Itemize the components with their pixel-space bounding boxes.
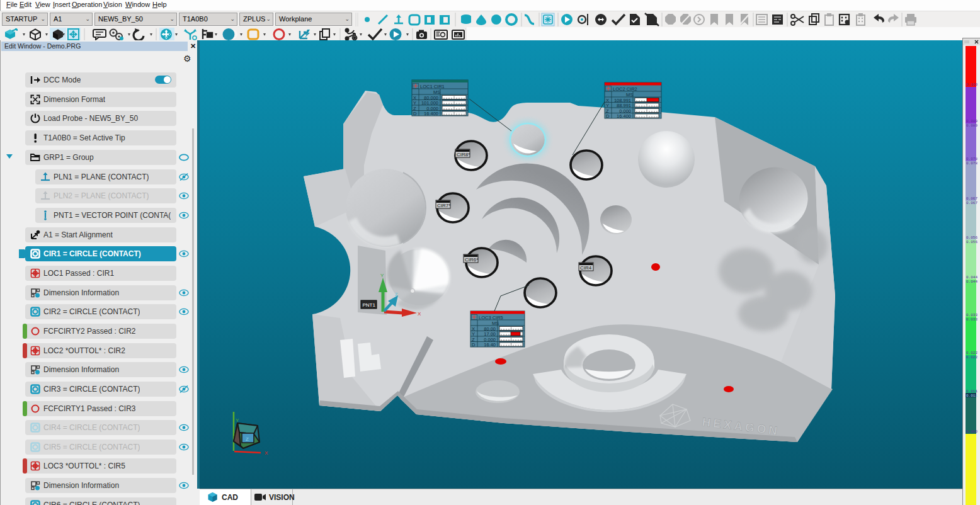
svg-text:Z: Z — [246, 436, 249, 442]
svg-text:CIR8*: CIR8* — [457, 152, 470, 157]
svg-text:MS: MS — [492, 321, 499, 326]
svg-text:Z: Z — [395, 292, 398, 297]
svg-text:0.033: 0.033 — [966, 317, 977, 322]
svg-text:0.067: 0.067 — [966, 201, 977, 205]
svg-text:LOC3 CIR5: LOC3 CIR5 — [479, 315, 503, 321]
svg-text:0.044: 0.044 — [966, 280, 977, 284]
svg-text:PNT1: PNT1 — [363, 302, 376, 308]
svg-text:16.400: 16.400 — [617, 113, 631, 119]
svg-text:0.033: 0.033 — [966, 313, 977, 317]
svg-text:CIR6*: CIR6* — [465, 257, 478, 263]
svg-text:0.011: 0.011 — [966, 389, 977, 394]
svg-text:MS: MS — [433, 89, 440, 95]
svg-text:Y: Y — [380, 273, 384, 278]
svg-text:0.078: 0.078 — [966, 161, 977, 166]
svg-text:CIR4: CIR4 — [580, 265, 592, 271]
svg-text:D: D — [413, 111, 417, 116]
svg-text:CIR7*: CIR7* — [437, 203, 450, 208]
svg-text:16.400: 16.400 — [424, 111, 438, 116]
svg-text:0.078: 0.078 — [966, 157, 977, 161]
svg-text:LOC2 CIR2: LOC2 CIR2 — [613, 86, 637, 92]
svg-text:D: D — [606, 113, 610, 119]
svg-text:16.40: 16.40 — [484, 342, 496, 348]
svg-text:MS: MS — [626, 92, 633, 98]
svg-text:0.022: 0.022 — [966, 355, 977, 360]
svg-text:0.089: 0.089 — [966, 119, 977, 123]
svg-text:X: X — [265, 450, 268, 456]
svg-text:0.067: 0.067 — [966, 196, 977, 201]
svg-text:0.089: 0.089 — [966, 123, 977, 128]
svg-text:0.056: 0.056 — [966, 235, 977, 240]
svg-text:0.022: 0.022 — [966, 351, 977, 355]
svg-text:0.056: 0.056 — [966, 240, 977, 244]
svg-text:Y: Y — [236, 417, 239, 423]
svg-text:LOC1 CIR1: LOC1 CIR1 — [420, 84, 445, 89]
svg-text:0.044: 0.044 — [966, 275, 977, 280]
svg-text:0.000: 0.000 — [966, 429, 977, 434]
svg-text:0.100: 0.100 — [966, 82, 977, 87]
svg-text:0.011: 0.011 — [966, 394, 977, 398]
svg-text:X: X — [418, 311, 421, 317]
svg-text:D: D — [472, 342, 476, 348]
